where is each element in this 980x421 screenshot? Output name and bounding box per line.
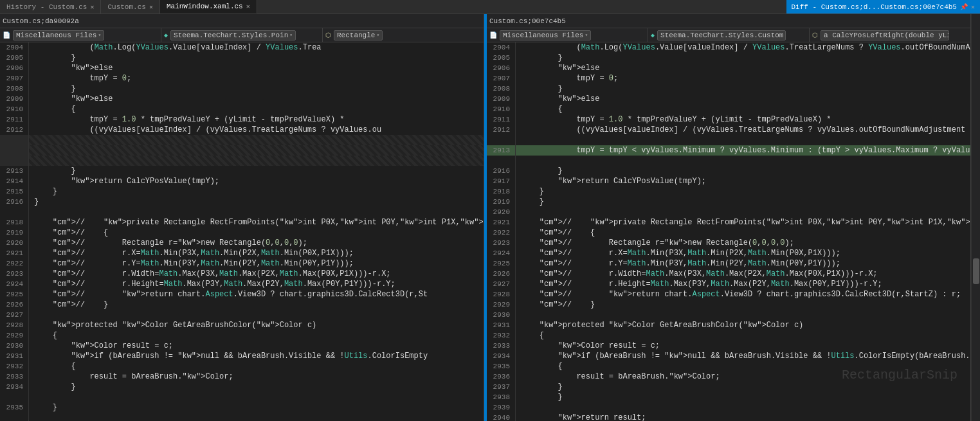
line-number: 2930 xyxy=(0,341,29,351)
right-bc-files[interactable]: 📄 Miscellaneous Files ▾ xyxy=(487,28,648,42)
code-line: 2940 "kw">return result; xyxy=(487,413,970,421)
code-line: 2926 "cm">// } xyxy=(0,300,484,310)
left-breadcrumb-nav: 📄 Miscellaneous Files ▾ ◆ Steema.TeeChar… xyxy=(0,28,484,42)
left-files-dropdown[interactable]: Miscellaneous Files ▾ xyxy=(13,30,104,40)
line-content xyxy=(516,207,970,217)
line-number: 2932 xyxy=(0,361,29,372)
code-line: 2930 "kw">Color result = c; xyxy=(0,341,484,351)
line-content: } xyxy=(29,186,484,197)
right-scrollbar[interactable] xyxy=(971,14,980,421)
line-content: "cm">// } xyxy=(29,300,484,310)
tab-diff[interactable]: Diff - Custom.cs;d...Custom.cs;00e7c4b5 … xyxy=(786,0,980,13)
line-number: 2934 xyxy=(487,351,516,361)
line-content: "cm">// r.Y=Math.Min(P3Y,Math.Min(P2Y,Ma… xyxy=(516,258,970,269)
tab-diff-pin[interactable]: 📌 xyxy=(960,3,968,11)
code-line: 2918 "cm">// "kw">private Rectangle Rect… xyxy=(0,217,484,228)
line-number: 2913 xyxy=(487,145,516,156)
left-bc-files[interactable]: 📄 Miscellaneous Files ▾ xyxy=(0,28,161,42)
code-line: 2932 { xyxy=(487,330,970,341)
line-number: 2905 xyxy=(0,53,29,63)
code-line: 2908 } xyxy=(0,84,484,94)
left-code-lines: 2904 (Math.Log(YValues.Value[valueIndex]… xyxy=(0,42,484,421)
right-method-icon: ⬡ xyxy=(812,31,818,39)
line-number: 2909 xyxy=(0,94,29,104)
line-number: 2924 xyxy=(0,279,29,289)
line-content: tmpY = 1.0 * tmpPredValueY + (yLimit - t… xyxy=(516,114,970,125)
line-content: } xyxy=(516,197,970,207)
code-line: 2936 result = bAreaBrush."kw">Color; xyxy=(487,372,970,382)
code-line: 2915 } xyxy=(0,186,484,197)
line-content: } xyxy=(516,166,970,176)
tab-history-close[interactable]: ✕ xyxy=(90,3,94,11)
tab-custom-close[interactable]: ✕ xyxy=(149,3,153,11)
code-line: 2921 "cm">// "kw">private Rectangle Rect… xyxy=(487,217,970,228)
line-content: { xyxy=(29,330,484,341)
left-files-chevron: ▾ xyxy=(98,32,101,38)
code-line: 2934 "kw">if (bAreaBrush != "kw">null &&… xyxy=(487,351,970,361)
code-line: 2911 tmpY = 1.0 * tmpPredValueY + (yLimi… xyxy=(487,114,970,125)
right-breadcrumb-file-path: Custom.cs;00e7c4b5 xyxy=(487,14,970,28)
code-line: 2912 ((vyValues[valueIndex] / (vyValues.… xyxy=(0,125,484,135)
code-line xyxy=(487,135,970,145)
line-content: "kw">Color result = c; xyxy=(516,341,970,351)
tab-diff-close[interactable]: ✕ xyxy=(971,3,975,11)
left-method-dropdown[interactable]: Rectangle ▾ xyxy=(334,30,383,40)
line-content: } xyxy=(516,84,970,94)
line-content: "cm">// "kw">private Rectangle RectFromP… xyxy=(29,217,484,228)
left-class-label: Steema.TeeChart.Styles.Poin xyxy=(174,31,288,39)
line-number: 2935 xyxy=(487,361,516,372)
code-line: 2931 "kw">if (bAreaBrush != "kw">null &&… xyxy=(0,351,484,361)
line-content: "cm">// r.Height=Math.Max(P3Y,Math.Max(P… xyxy=(516,279,970,289)
line-number xyxy=(487,135,516,145)
line-content: } xyxy=(516,53,970,63)
line-content: } xyxy=(29,197,484,207)
right-method-dropdown[interactable]: a CalcYPosLeftRight(double yLimit, int a… xyxy=(821,30,949,40)
right-files-dropdown[interactable]: Miscellaneous Files ▾ xyxy=(500,30,591,40)
line-content: { xyxy=(516,361,970,372)
code-line: 2922 "cm">// r.Y=Math.Min(P3Y,Math.Min(P… xyxy=(0,258,484,269)
tab-custom[interactable]: Custom.cs ✕ xyxy=(101,0,159,13)
left-bc-method[interactable]: ⬡ Rectangle ▾ xyxy=(323,28,484,42)
line-content: "cm">// r.Width=Math.Max(P3X,Math.Max(P2… xyxy=(516,269,970,279)
code-line: 2926 "cm">// r.Width=Math.Max(P3X,Math.M… xyxy=(487,269,970,279)
tab-mainwindow-close[interactable]: ✕ xyxy=(246,3,250,10)
line-content xyxy=(516,310,970,320)
line-content: "cm">// r.Height=Math.Max(P3Y,Math.Max(P… xyxy=(29,279,484,289)
line-number: 2933 xyxy=(487,341,516,351)
tab-mainwindow[interactable]: MainWindow.xaml.cs ✕ xyxy=(160,0,257,13)
code-line: 2920 "cm">// Rectangle r="kw">new Rectan… xyxy=(0,238,484,248)
right-breadcrumb-nav: 📄 Miscellaneous Files ▾ ◆ Steema.TeeChar… xyxy=(487,28,970,42)
left-bc-class[interactable]: ◆ Steema.TeeChart.Styles.Poin ▾ xyxy=(161,28,323,42)
line-number: 2931 xyxy=(487,320,516,330)
line-number: 2925 xyxy=(487,258,516,269)
line-number: 2938 xyxy=(487,392,516,402)
right-class-dropdown[interactable]: Steema.TeeChart.Styles.Custom ▾ xyxy=(657,30,786,40)
line-content: ((vyValues[valueIndex] / (vyValues.Treat… xyxy=(516,125,970,135)
line-number: 2914 xyxy=(0,176,29,186)
right-code-area[interactable]: 2904 (Math.Log(YValues.Value[valueIndex]… xyxy=(487,42,970,421)
line-number: 2923 xyxy=(487,238,516,248)
right-bc-class[interactable]: ◆ Steema.TeeChart.Styles.Custom ▾ xyxy=(648,28,810,42)
left-class-icon: ◆ xyxy=(164,31,168,39)
code-line: 2928 "cm">// "kw">return chart.Aspect.Vi… xyxy=(487,289,970,300)
line-number: 2926 xyxy=(487,269,516,279)
line-number: 2908 xyxy=(487,84,516,94)
code-line: 2916 } xyxy=(487,166,970,176)
line-content xyxy=(29,145,484,156)
line-content: "cm">// r.X=Math.Min(P3X,Math.Min(P2X,Ma… xyxy=(516,248,970,258)
line-number: 2934 xyxy=(0,382,29,392)
line-number: 2940 xyxy=(487,413,516,421)
tab-history[interactable]: History - Custom.cs ✕ xyxy=(0,0,101,13)
line-content xyxy=(516,402,970,413)
scrollbar-thumb[interactable] xyxy=(973,258,979,284)
left-code-area[interactable]: 2904 (Math.Log(YValues.Value[valueIndex]… xyxy=(0,42,484,421)
left-class-dropdown[interactable]: Steema.TeeChart.Styles.Poin ▾ xyxy=(170,30,296,40)
line-content xyxy=(516,135,970,145)
line-number: 2917 xyxy=(487,176,516,186)
code-line: 2919 } xyxy=(487,197,970,207)
right-class-chevron: ▾ xyxy=(785,32,786,38)
right-bc-method[interactable]: ⬡ a CalcYPosLeftRight(double yLimit, int… xyxy=(810,28,970,42)
line-number: 2929 xyxy=(0,330,29,341)
line-content: result = bAreaBrush."kw">Color; xyxy=(516,372,970,382)
line-content: tmpY = 0; xyxy=(516,73,970,84)
